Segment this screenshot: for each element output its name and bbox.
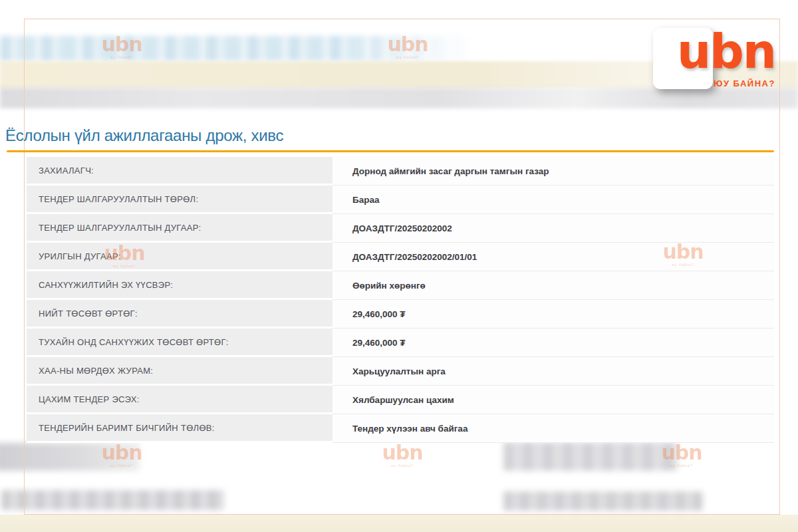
row-label: УРИЛГЫН ДУГААР: <box>27 243 332 271</box>
table-row: ТУХАЙН ОНД САНХҮҮЖИХ ТӨСӨВТ ӨРТӨГ: 29,46… <box>27 329 774 357</box>
site-logo[interactable]: ubn ЮУ БАЙНА? <box>652 23 785 96</box>
row-value: 29,460,000 ₮ <box>332 300 774 329</box>
table-row: САНХҮҮЖИЛТИЙН ЭХ ҮҮСВЭР: Өөрийн хөрөнгө <box>27 271 774 300</box>
row-label: ЦАХИМ ТЕНДЕР ЭСЭХ: <box>27 386 332 414</box>
page-title: Ёслолын үйл ажиллагааны дрож, хивс <box>5 126 283 145</box>
table-row: ЗАХИАЛАГЧ: Дорнод аймгийн засаг даргын т… <box>27 157 774 186</box>
table-row: НИЙТ ТӨСӨВТ ӨРТӨГ: 29,460,000 ₮ <box>27 300 774 329</box>
table-row: ТЕНДЕРИЙН БАРИМТ БИЧГИЙН ТӨЛӨВ: Тендер х… <box>27 414 774 443</box>
row-value: ДОАЗДТГ/20250202002 <box>332 214 774 243</box>
row-value: Дорнод аймгийн засаг даргын тамгын газар <box>332 157 774 186</box>
row-label: САНХҮҮЖИЛТИЙН ЭХ ҮҮСВЭР: <box>27 271 332 300</box>
table-row: ЦАХИМ ТЕНДЕР ЭСЭХ: Хялбаршуулсан цахим <box>27 386 774 414</box>
blurred-header-menu <box>0 36 473 61</box>
row-value: 29,460,000 ₮ <box>332 329 774 357</box>
row-value: Хялбаршуулсан цахим <box>332 386 774 414</box>
footer-band <box>0 515 798 532</box>
row-value: Тендер хүлээн авч байгаа <box>332 414 774 443</box>
accent-rule <box>7 150 774 152</box>
row-label: ТЕНДЕР ШАЛГАРУУЛАЛТЫН ТӨРӨЛ: <box>27 186 332 214</box>
blurred-text-block <box>0 443 140 471</box>
row-label: ТЕНДЕРИЙН БАРИМТ БИЧГИЙН ТӨЛӨВ: <box>27 414 332 443</box>
row-label: НИЙТ ТӨСӨВТ ӨРТӨГ: <box>27 300 332 329</box>
row-label: ТЕНДЕР ШАЛГАРУУЛАЛТЫН ДУГААР: <box>27 214 332 243</box>
table-row: УРИЛГЫН ДУГААР: ДОАЗДТГ/20250202002/01/0… <box>27 243 774 271</box>
row-value: ДОАЗДТГ/20250202002/01/01 <box>332 243 774 271</box>
table-row: ТЕНДЕР ШАЛГАРУУЛАЛТЫН ТӨРӨЛ: Бараа <box>27 186 774 214</box>
row-value: Харьцуулалтын арга <box>332 357 774 386</box>
ubn-logo-text: ubn <box>677 27 775 75</box>
row-value: Бараа <box>332 186 774 214</box>
ubn-watermark: ubnюу байна? <box>378 443 427 467</box>
row-label: ХАА-НЫ МӨРДӨХ ЖУРАМ: <box>27 357 332 386</box>
blurred-text-block <box>503 491 703 511</box>
logo-tagline: ЮУ БАЙНА? <box>714 78 775 88</box>
table-row: ТЕНДЕР ШАЛГАРУУЛАЛТЫН ДУГААР: ДОАЗДТГ/20… <box>27 214 774 243</box>
row-label: ТУХАЙН ОНД САНХҮҮЖИХ ТӨСӨВТ ӨРТӨГ: <box>27 329 332 357</box>
row-label: ЗАХИАЛАГЧ: <box>27 157 332 186</box>
blurred-text-block <box>1 490 224 510</box>
blurred-text-block <box>503 442 678 471</box>
table-row: ХАА-НЫ МӨРДӨХ ЖУРАМ: Харьцуулалтын арга <box>27 357 774 386</box>
details-table: ЗАХИАЛАГЧ: Дорнод аймгийн засаг даргын т… <box>27 157 774 443</box>
row-value: Өөрийн хөрөнгө <box>332 271 774 300</box>
